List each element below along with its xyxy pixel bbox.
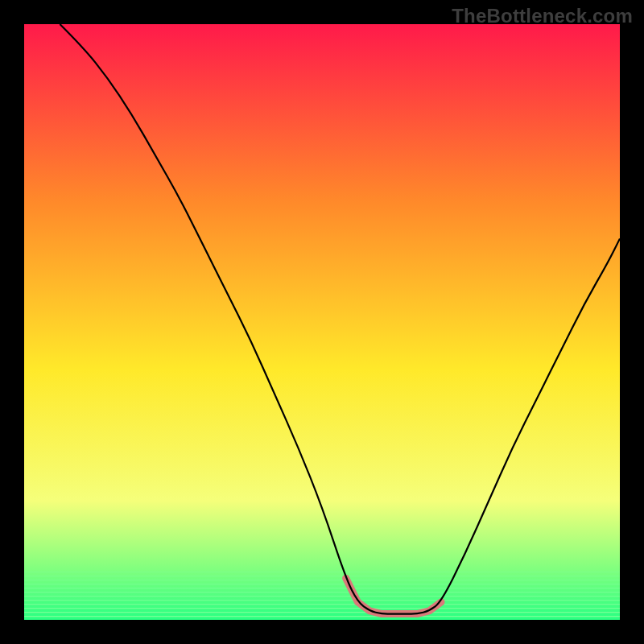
gradient-background bbox=[24, 24, 620, 620]
svg-rect-5 bbox=[24, 592, 620, 592]
svg-rect-10 bbox=[24, 612, 620, 613]
svg-rect-3 bbox=[24, 584, 620, 584]
svg-rect-0 bbox=[24, 572, 620, 572]
svg-rect-11 bbox=[24, 616, 620, 617]
chart-plot bbox=[24, 24, 620, 620]
watermark-text: TheBottleneck.com bbox=[452, 5, 633, 27]
svg-rect-4 bbox=[24, 588, 620, 588]
svg-rect-7 bbox=[24, 600, 620, 601]
svg-rect-9 bbox=[24, 608, 620, 609]
svg-rect-1 bbox=[24, 576, 620, 576]
svg-rect-6 bbox=[24, 596, 620, 597]
svg-rect-2 bbox=[24, 580, 620, 580]
chart-frame: TheBottleneck.com bbox=[0, 0, 644, 644]
svg-rect-8 bbox=[24, 604, 620, 605]
